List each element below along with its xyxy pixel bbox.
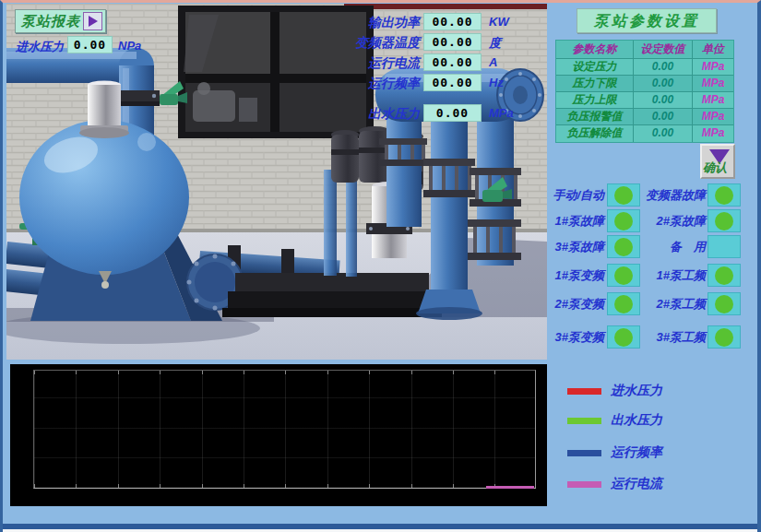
reading-value: 00.00 <box>423 53 482 71</box>
ceiling-beam <box>344 4 547 9</box>
confirm-button[interactable]: 确认 <box>700 144 735 179</box>
legend-label: 进水压力 <box>611 383 662 399</box>
x-axis-ticks <box>34 484 535 488</box>
x-axis-ticks <box>34 371 535 374</box>
status-led-box <box>707 235 741 258</box>
inlet-pressure-value: 0.00 <box>67 36 113 53</box>
status-led-box <box>607 325 640 349</box>
status-label: 1#泵工频 <box>639 267 706 284</box>
current-trace-baseline <box>486 486 534 489</box>
param-unit: MPa <box>693 92 733 109</box>
column-header: 单位 <box>693 41 733 59</box>
reading-label: 运行频率 <box>316 76 420 92</box>
param-value-field[interactable]: 0.00 <box>634 76 693 92</box>
status-led-box <box>607 264 640 287</box>
reading-label: 变频器温度 <box>316 35 420 52</box>
green-led <box>614 295 633 313</box>
green-led <box>614 266 633 285</box>
green-led <box>715 266 733 285</box>
report-button[interactable]: 泵站报表 <box>15 9 106 33</box>
reading-value: 00.00 <box>423 13 482 30</box>
settings-row: 负压解除值 0.00 MPa <box>556 125 733 142</box>
settings-panel-title: 泵站参数设置 <box>577 8 717 33</box>
reading-unit: Hz <box>489 76 504 89</box>
legend-swatch <box>567 418 601 424</box>
report-button-label: 泵站报表 <box>21 13 80 30</box>
legend-label: 运行频率 <box>611 444 662 461</box>
legend-swatch <box>567 450 601 456</box>
status-led-box <box>707 325 741 349</box>
settings-row: 压力上限 0.00 MPa <box>556 92 733 109</box>
status-led-box <box>707 292 741 315</box>
param-name: 负压报警值 <box>556 109 634 125</box>
settings-row: 负压报警值 0.00 MPa <box>556 109 733 125</box>
green-led <box>715 295 733 313</box>
outlet-pressure-unit: MPa <box>489 106 514 120</box>
green-led <box>614 212 633 231</box>
param-name: 设定压力 <box>556 59 634 76</box>
param-unit: MPa <box>693 59 733 76</box>
pump-station-hmi-screen: 泵站报表 进水压力 0.00 NPa 输出功率 00.00 KW 变频器温度 0… <box>0 0 761 532</box>
legend-label: 运行电流 <box>611 476 662 492</box>
param-value-field[interactable]: 0.00 <box>634 125 693 142</box>
status-label: 变频器故障 <box>639 187 706 204</box>
param-name: 压力下限 <box>556 76 634 92</box>
reading-label: 运行电流 <box>316 55 420 72</box>
settings-table-header: 参数名称 设定数值 单位 <box>556 41 733 59</box>
param-unit: MPa <box>693 109 733 125</box>
column-header: 参数名称 <box>556 41 634 59</box>
status-label: 1#泵变频 <box>525 267 604 284</box>
legend-swatch <box>567 388 601 395</box>
status-led-box <box>607 292 640 315</box>
status-label: 3#泵工频 <box>639 329 706 346</box>
reading-unit: KW <box>489 15 509 29</box>
reading-value: 00.00 <box>423 74 482 91</box>
status-label: 1#泵故障 <box>525 213 604 230</box>
green-led <box>614 186 633 205</box>
param-unit: MPa <box>693 125 733 142</box>
play-icon <box>83 12 102 30</box>
status-label: 3#泵故障 <box>525 239 604 255</box>
reading-value: 00.00 <box>423 33 482 51</box>
status-label: 2#泵故障 <box>639 213 706 230</box>
green-led <box>614 328 633 347</box>
status-label: 手动/自动 <box>525 187 604 204</box>
status-led-box <box>607 209 640 232</box>
status-label: 2#泵工频 <box>639 296 706 313</box>
status-label: 2#泵变频 <box>525 296 604 313</box>
settings-row: 设定压力 0.00 MPa <box>556 59 733 76</box>
trend-chart <box>10 364 547 506</box>
confirm-button-label: 确认 <box>703 160 727 176</box>
status-led-box <box>607 183 640 207</box>
param-value-field[interactable]: 0.00 <box>634 59 693 76</box>
inlet-pressure-unit: NPa <box>118 39 141 53</box>
column-header: 设定数值 <box>634 41 693 59</box>
trend-plot-area <box>33 370 536 489</box>
green-led <box>715 328 733 347</box>
status-led-box <box>707 209 741 232</box>
settings-table: 参数名称 设定数值 单位 设定压力 0.00 MPa 压力下限 0.00 MPa… <box>555 40 734 143</box>
param-value-field[interactable]: 0.00 <box>634 109 693 125</box>
green-led <box>614 238 633 256</box>
outlet-pressure-value: 0.00 <box>423 104 482 122</box>
param-name: 负压解除值 <box>556 125 634 142</box>
settings-row: 压力下限 0.00 MPa <box>556 76 733 92</box>
legend-label: 出水压力 <box>611 412 662 429</box>
param-unit: MPa <box>693 76 733 92</box>
green-led <box>715 186 733 205</box>
outlet-pressure-label: 出水压力 <box>316 106 420 123</box>
param-name: 压力上限 <box>556 92 634 109</box>
param-value-field[interactable]: 0.00 <box>634 92 693 109</box>
status-label: 备 用 <box>639 239 706 255</box>
reading-unit: A <box>489 55 497 69</box>
status-led-box <box>707 183 741 207</box>
reading-unit: 度 <box>489 35 501 52</box>
reading-label: 输出功率 <box>316 15 420 31</box>
status-led-box <box>607 235 640 258</box>
green-led <box>715 212 733 231</box>
inlet-pressure-label: 进水压力 <box>16 39 64 55</box>
status-label: 3#泵变频 <box>525 329 604 346</box>
legend-swatch <box>567 481 601 488</box>
status-led-box <box>707 264 741 287</box>
